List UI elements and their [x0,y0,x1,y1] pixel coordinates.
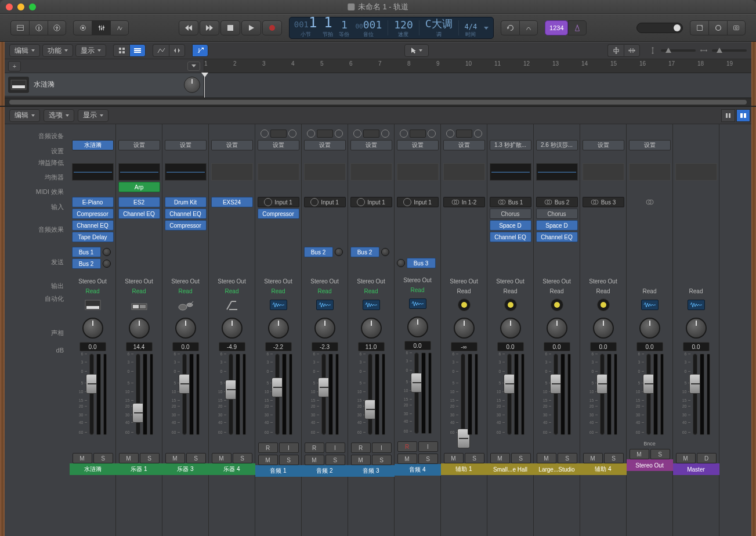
v-zoom-slider[interactable] [661,49,696,52]
link-icon[interactable] [381,129,389,138]
metronome-button[interactable] [568,20,587,35]
pan-knob[interactable] [547,318,567,339]
automation-mode[interactable]: Read [318,288,332,294]
pan-knob[interactable] [129,318,150,339]
automation-mode[interactable]: Read [411,287,425,293]
output-slot[interactable]: Stereo Out [211,276,253,286]
output-slot[interactable] [675,276,717,286]
eq-thumbnail[interactable] [397,163,439,181]
input-monitor-button[interactable]: I [372,443,392,453]
lcd-display[interactable]: 0011小节 1节拍 1等份 00001音位 120速度 C大调调 4/4时间 [289,17,494,39]
cycle-button[interactable] [501,20,519,35]
solo-button[interactable]: S [93,453,113,463]
mixer-narrow-button[interactable] [721,109,735,122]
pan-knob[interactable] [82,318,103,339]
channel-setting-slot[interactable]: 1.3 秒扩散... [490,140,531,150]
input-slot[interactable] [629,197,671,207]
solo-button[interactable]: D [697,453,717,463]
mute-button[interactable]: M [676,453,696,463]
automation-mode[interactable]: Read [504,288,518,294]
channel-setting-slot[interactable]: 设置 [165,140,207,150]
zoom-window[interactable] [29,3,36,10]
eq-thumbnail[interactable] [165,163,207,181]
channel-setting-slot[interactable]: 设置 [397,140,439,150]
input-monitor-button[interactable]: I [325,443,345,453]
output-slot[interactable]: Stereo Out [72,276,114,286]
send-slot[interactable]: Bus 2 [304,247,346,257]
input-monitor-button[interactable]: I [418,441,438,452]
solo-button[interactable]: S [140,453,160,463]
db-readout[interactable]: -2.3 [312,342,338,351]
bounce-label[interactable]: Bnce [643,441,656,447]
mixer-options-menu[interactable]: 选项 [44,109,74,122]
link-icon[interactable] [307,129,315,138]
solo-button[interactable]: S [465,453,484,463]
audio-fx-slot[interactable]: Space D [490,220,531,231]
zoom-fit-v-button[interactable] [607,44,624,57]
link-icon[interactable] [428,129,436,138]
fader[interactable] [414,352,419,434]
mute-button[interactable]: M [490,453,510,463]
rewind-button[interactable] [179,20,198,35]
mute-button[interactable]: M [73,453,92,463]
minimize-window[interactable] [17,3,24,10]
channel-setting-slot[interactable]: 设置 [350,140,392,150]
eq-thumbnail[interactable] [258,163,299,181]
audio-fx-slot[interactable]: Channel EQ [118,208,160,219]
db-readout[interactable]: 0.0 [404,341,431,350]
channel-setting-slot[interactable]: 设置 [629,140,671,150]
automation-mode[interactable]: Read [86,288,100,294]
mute-button[interactable]: M [305,455,324,465]
eq-thumbnail[interactable] [536,163,578,181]
send-slot[interactable]: Bus 2 [350,247,392,257]
db-readout[interactable]: -∞ [451,342,478,351]
flex-button[interactable] [169,44,185,57]
db-readout[interactable]: 14.4 [126,342,153,351]
output-slot[interactable]: Stereo Out [118,276,160,286]
output-slot[interactable]: Stereo Out [304,276,346,286]
track-volume-knob[interactable] [184,77,200,93]
automation-mode[interactable]: Read [596,288,610,294]
fader[interactable] [136,354,140,435]
automation-mode[interactable]: Read [457,288,471,294]
db-readout[interactable]: 0.0 [544,342,570,351]
db-readout[interactable]: 0.0 [172,342,199,351]
fader[interactable] [275,354,280,435]
master-volume-slider[interactable] [636,23,683,33]
mute-button[interactable]: M [583,453,603,463]
audio-fx-slot[interactable]: Channel EQ [165,208,207,219]
eq-thumbnail[interactable] [583,163,624,181]
channel-name[interactable]: 水涟漪 [70,463,116,475]
input-slot[interactable]: Input 1 [304,197,346,207]
audio-fx-slot[interactable]: Tape Delay [72,232,114,242]
device-slot[interactable] [363,129,379,138]
link-icon[interactable] [335,129,343,138]
automation-mode[interactable]: Read [272,288,285,294]
pan-knob[interactable] [314,318,335,339]
audio-fx-slot[interactable]: Chorus [490,208,531,219]
input-slot[interactable]: ES2 [118,197,160,207]
audio-fx-slot[interactable]: Space D [536,220,578,231]
automation-mode[interactable]: Read [132,288,146,294]
mute-button[interactable]: M [119,453,139,463]
fader[interactable] [507,354,512,435]
db-readout[interactable]: 0.0 [590,342,617,351]
channel-setting-slot[interactable]: 设置 [304,140,346,150]
mute-button[interactable]: M [351,455,371,465]
channel-name[interactable]: 辅助 1 [441,463,487,475]
fader[interactable] [321,354,326,435]
channel-name[interactable]: Small...e Hall [487,463,534,475]
count-in-button[interactable]: 1234 [545,20,568,35]
record-button[interactable] [262,20,282,35]
solo-button[interactable]: S [186,453,206,463]
channel-name[interactable]: 辅助 4 [580,463,627,475]
input-slot[interactable]: E-Piano [72,197,114,207]
automation-button[interactable] [153,44,169,57]
solo-button[interactable]: S [372,455,392,465]
record-enable-button[interactable]: R [258,443,278,453]
track-header-1[interactable]: 水涟漪 [5,73,204,96]
mute-button[interactable]: M [630,449,649,459]
eq-thumbnail[interactable] [211,163,253,181]
device-slot[interactable] [456,129,472,138]
eq-thumbnail[interactable] [72,163,114,181]
